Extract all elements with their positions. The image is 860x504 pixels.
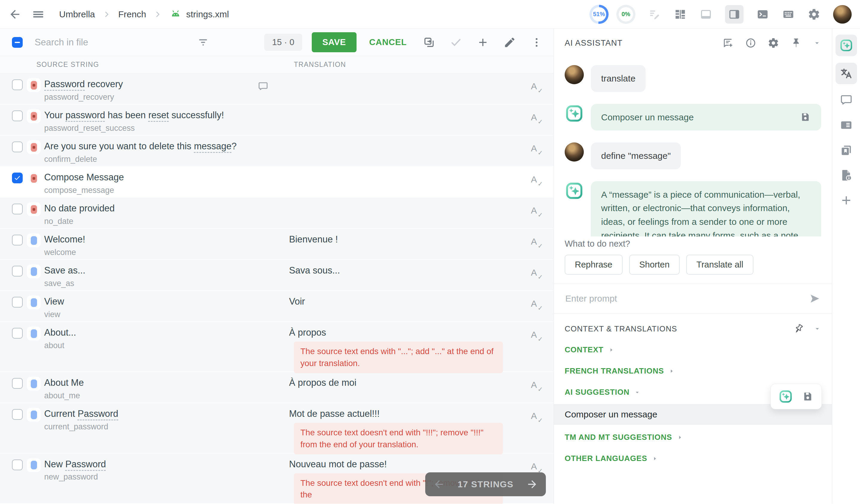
row-checkbox[interactable] — [12, 204, 23, 214]
translation-cell[interactable]: Bienvenue ! — [289, 229, 554, 259]
progress-ring[interactable]: 51% — [589, 5, 608, 24]
row-checkbox[interactable] — [12, 80, 23, 90]
prompt-input[interactable] — [565, 293, 809, 304]
string-row[interactable]: Save as...save_asSava sous...A✓ — [0, 260, 554, 291]
save-button[interactable]: SAVE — [312, 32, 357, 52]
string-row[interactable]: Your password has been reset successfull… — [0, 104, 554, 135]
translation-cell[interactable] — [289, 198, 554, 228]
translation-cell[interactable]: Voir — [289, 291, 554, 321]
breadcrumb-language[interactable]: French — [118, 9, 146, 19]
save-suggestion-icon[interactable] — [802, 390, 814, 403]
info-icon[interactable] — [745, 37, 757, 49]
quick-action-rephrase[interactable]: Rephrase — [565, 255, 622, 275]
approve-icon[interactable]: A✓ — [530, 174, 543, 188]
approve-icon[interactable]: A✓ — [530, 330, 543, 343]
row-checkbox[interactable] — [12, 460, 23, 470]
rail-card-button[interactable] — [835, 116, 857, 134]
row-checkbox[interactable] — [12, 111, 23, 121]
string-row[interactable]: Are you sure you want to delete this mes… — [0, 135, 554, 167]
approve-icon[interactable]: A✓ — [530, 205, 543, 218]
menu-icon[interactable] — [32, 8, 45, 21]
chevron-down-icon[interactable] — [813, 39, 821, 47]
string-row[interactable]: Compose Messagecompose_messageA✓ — [0, 167, 554, 198]
string-row[interactable]: Current Passwordcurrent_passwordMot de p… — [0, 403, 554, 453]
translation-cell[interactable] — [289, 73, 554, 104]
translation-cell[interactable]: Mot de passe actuel!!!The source text do… — [289, 403, 554, 452]
section-context[interactable]: CONTEXT — [554, 339, 832, 360]
avatar[interactable] — [833, 5, 852, 24]
layout-bottom-icon[interactable] — [699, 8, 713, 21]
translation-cell[interactable] — [289, 167, 554, 197]
kebab-icon[interactable] — [530, 36, 543, 49]
select-all-checkbox[interactable] — [12, 37, 23, 48]
pencil-icon[interactable] — [503, 36, 516, 49]
terminal-icon[interactable] — [756, 8, 769, 21]
rail-comment-button[interactable] — [835, 91, 857, 109]
copy-source-icon[interactable] — [423, 36, 435, 49]
approve-icon[interactable]: A✓ — [530, 380, 543, 393]
translation-cell[interactable] — [289, 135, 554, 166]
rail-plus-button[interactable] — [835, 191, 857, 210]
string-row[interactable]: About...aboutÀ proposThe source text end… — [0, 322, 554, 372]
approve-icon[interactable]: A✓ — [530, 81, 543, 94]
cancel-button[interactable]: CANCEL — [367, 37, 408, 47]
back-icon[interactable] — [8, 8, 22, 21]
pin-icon[interactable] — [790, 37, 802, 49]
translation-cell[interactable]: À propos de moi — [289, 372, 554, 403]
translation-cell[interactable] — [289, 104, 554, 135]
breadcrumb-project[interactable]: Umbrella — [59, 9, 95, 19]
approve-icon[interactable]: A✓ — [530, 143, 543, 156]
row-checkbox[interactable] — [12, 142, 23, 152]
comment-icon[interactable] — [257, 81, 269, 92]
rail-file-info-button[interactable] — [835, 166, 857, 185]
pin-outline-icon[interactable] — [793, 323, 804, 334]
progress-ring[interactable]: 0% — [616, 5, 635, 24]
layout-columns-icon[interactable] — [674, 8, 687, 21]
approve-icon[interactable]: A✓ — [530, 236, 543, 250]
translation-cell[interactable]: Sava sous... — [289, 260, 554, 290]
check-icon[interactable] — [450, 36, 462, 49]
next-page-icon[interactable] — [526, 478, 538, 490]
plus-icon[interactable] — [476, 36, 489, 49]
ai-sparkle-icon[interactable] — [778, 389, 793, 404]
approve-icon[interactable]: A✓ — [530, 411, 543, 424]
string-row[interactable]: No date providedno_dateA✓ — [0, 198, 554, 229]
ai-suggestion-value[interactable]: Composer un message — [554, 404, 832, 425]
layout-right-icon[interactable] — [728, 8, 741, 21]
approve-icon[interactable]: A✓ — [530, 268, 543, 280]
row-checkbox[interactable] — [12, 266, 23, 276]
approve-icon[interactable]: A✓ — [530, 299, 543, 312]
translation-cell[interactable]: À proposThe source text ends with "...";… — [289, 322, 554, 371]
breadcrumb-file[interactable]: strings.xml — [169, 8, 229, 20]
rail-pages-button[interactable] — [835, 141, 857, 159]
quick-action-shorten[interactable]: Shorten — [629, 255, 680, 275]
string-row[interactable]: Welcome!welcomeBienvenue !A✓ — [0, 229, 554, 260]
approve-icon[interactable]: A✓ — [530, 112, 543, 126]
send-icon[interactable] — [809, 292, 821, 305]
row-checkbox[interactable] — [12, 409, 23, 420]
row-checkbox[interactable] — [12, 328, 23, 339]
string-row[interactable]: About Meabout_meÀ propos de moiA✓ — [0, 372, 554, 403]
chevron-down-icon[interactable] — [814, 325, 821, 333]
comment-add-icon[interactable] — [722, 37, 734, 49]
string-row[interactable]: ViewviewVoirA✓ — [0, 291, 554, 322]
active-layout-toggle[interactable] — [725, 5, 744, 24]
gear-icon[interactable] — [768, 37, 779, 49]
row-checkbox[interactable] — [12, 235, 23, 245]
section-french-translations[interactable]: FRENCH TRANSLATIONS — [554, 360, 832, 381]
search-input[interactable] — [34, 37, 197, 48]
gear-icon[interactable] — [807, 8, 820, 21]
previous-page-icon[interactable] — [433, 478, 445, 490]
save-suggestion-icon[interactable] — [800, 111, 811, 123]
row-checkbox[interactable] — [12, 378, 23, 389]
row-checkbox[interactable] — [12, 173, 23, 183]
draft-edit-icon[interactable] — [648, 8, 661, 21]
quick-action-translate-all[interactable]: Translate all — [686, 255, 754, 275]
section-other-languages[interactable]: OTHER LANGUAGES — [554, 448, 832, 469]
keyboard-icon[interactable] — [782, 8, 795, 21]
rail-translate-button[interactable] — [835, 63, 857, 84]
rail-ai-sparkle-button[interactable] — [835, 35, 857, 56]
string-row[interactable]: Password recoverypassword_recoveryA✓ — [0, 73, 554, 104]
row-checkbox[interactable] — [12, 297, 23, 307]
filter-icon[interactable] — [197, 36, 209, 49]
